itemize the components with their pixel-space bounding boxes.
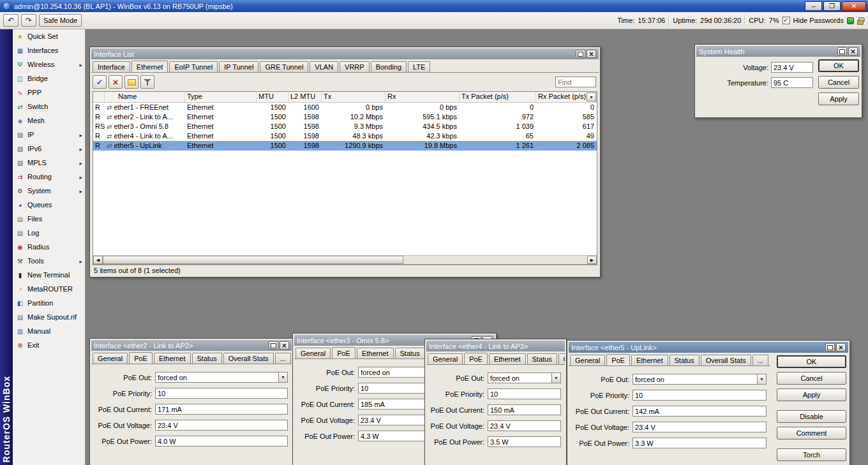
sidebar-item-ip[interactable]: ▨IP <box>13 128 85 142</box>
tab-ethernet[interactable]: Ethernet <box>131 61 168 73</box>
scrollbar-track[interactable] <box>103 256 587 264</box>
sidebar-item-bridge[interactable]: ◫Bridge <box>13 71 85 85</box>
restore-icon[interactable] <box>269 341 278 350</box>
close-icon[interactable] <box>280 341 289 350</box>
sidebar-item-new-terminal[interactable]: ▮New Terminal <box>13 268 85 282</box>
close-icon[interactable]: ✕ <box>842 1 866 11</box>
sidebar-item-system[interactable]: ⚙System <box>13 184 85 198</box>
dropdown-arrow-icon[interactable] <box>551 373 561 383</box>
ok-button[interactable]: OK <box>818 59 859 72</box>
window-titlebar[interactable]: Interface <ether2 - Link to AP2> <box>91 340 292 351</box>
close-icon[interactable] <box>587 50 596 58</box>
tab-status[interactable]: Status <box>395 348 425 358</box>
tab-eoip-tunnel[interactable]: EoIP Tunnel <box>169 61 218 72</box>
restore-icon[interactable] <box>825 343 835 351</box>
tab-poe[interactable]: PoE <box>332 347 355 359</box>
tab-vlan[interactable]: VLAN <box>310 61 338 72</box>
poe-out-select[interactable] <box>632 374 767 385</box>
tab-ethernet[interactable]: Ethernet <box>357 348 394 358</box>
poe-out-select[interactable] <box>155 372 288 383</box>
tab-ip-tunnel[interactable]: IP Tunnel <box>219 61 258 72</box>
dropdown-arrow-icon[interactable] <box>757 374 767 385</box>
disable-button[interactable]: × <box>108 75 123 89</box>
tab-poe[interactable]: PoE <box>464 353 488 365</box>
sidebar-item-queues[interactable]: ◕Queues <box>13 198 85 212</box>
sidebar-item-partition[interactable]: ◧Partition <box>13 296 85 310</box>
column-flag[interactable] <box>93 92 105 102</box>
tab-poe[interactable]: PoE <box>606 354 630 366</box>
window-titlebar[interactable]: Interface List <box>91 48 599 59</box>
tab-ethernet[interactable]: Ethernet <box>489 353 526 364</box>
tab-overall-stats[interactable]: Overall Stats <box>223 353 274 364</box>
hide-passwords-checkbox[interactable] <box>782 17 790 24</box>
sidebar-item-log[interactable]: ▤Log <box>13 226 85 240</box>
column-mtu[interactable]: MTU <box>257 92 288 102</box>
poe-priority-field[interactable] <box>632 390 767 401</box>
sidebar-item-quick-set[interactable]: ★Quick Set <box>13 29 85 43</box>
tab-overall-stats[interactable]: Overall Stats <box>558 353 565 364</box>
sidebar-item-mesh[interactable]: ◈Mesh <box>13 114 85 128</box>
restore-icon[interactable] <box>576 50 585 58</box>
sidebar-item-ipv6[interactable]: ▨IPv6 <box>13 142 85 156</box>
disable-button[interactable]: Disable <box>777 410 846 423</box>
tab-general[interactable]: General <box>93 353 128 364</box>
column-l2mtu[interactable]: L2 MTU <box>288 92 322 102</box>
column-tx-packet[interactable]: Tx Packet (p/s) <box>460 92 536 102</box>
table-row[interactable]: R ether2 - Link to A... Ethernet 1500 15… <box>93 112 597 122</box>
sidebar-item-files[interactable]: ▤Files <box>13 212 85 226</box>
scroll-right-icon[interactable]: ▶ <box>587 256 597 264</box>
column-filter-button[interactable] <box>587 92 596 101</box>
poe-out-value[interactable] <box>488 373 551 383</box>
tab-ethernet[interactable]: Ethernet <box>154 353 191 364</box>
dropdown-arrow-icon[interactable] <box>278 372 288 383</box>
table-row[interactable]: R ether1 - FREEnet Ethernet 1500 1600 0 … <box>93 103 597 112</box>
scroll-left-icon[interactable]: ◀ <box>93 256 103 264</box>
apply-button[interactable]: Apply <box>818 92 859 105</box>
safe-mode-button[interactable]: Safe Mode <box>39 14 82 27</box>
table-row[interactable]: R ether4 - Link to A... Ethernet 1500 15… <box>93 131 597 141</box>
column-type[interactable]: Type <box>185 92 257 102</box>
poe-out-select[interactable] <box>488 373 561 383</box>
sidebar-item-metarouter[interactable]: ◔MetaROUTER <box>13 282 85 296</box>
sidebar-item-routing[interactable]: ⇉Routing <box>13 170 85 184</box>
table-row-selected[interactable]: R ether5 - UpLink Ethernet 1500 1598 129… <box>93 141 597 151</box>
find-input[interactable] <box>555 77 596 87</box>
poe-power-field[interactable] <box>155 436 288 447</box>
column-rx[interactable]: Rx <box>385 92 460 102</box>
redo-icon[interactable]: ↷ <box>21 14 36 27</box>
tab-overall-stats[interactable]: Overall Stats <box>701 355 751 365</box>
close-icon[interactable] <box>848 47 858 55</box>
sidebar-item-interfaces[interactable]: ▦Interfaces <box>13 43 85 57</box>
poe-out-value[interactable] <box>632 374 757 385</box>
column-tx[interactable]: Tx <box>322 92 385 102</box>
sidebar-item-mpls[interactable]: ▨MPLS <box>13 156 85 170</box>
cancel-button[interactable]: Cancel <box>818 76 859 89</box>
tab-more[interactable]: ... <box>752 355 768 365</box>
poe-priority-field[interactable] <box>488 388 561 399</box>
tab-status[interactable]: Status <box>670 355 700 365</box>
temperature-field[interactable] <box>771 77 813 88</box>
torch-button[interactable]: Torch <box>777 448 846 461</box>
apply-button[interactable]: Apply <box>777 388 846 401</box>
cancel-button[interactable]: Cancel <box>777 372 846 385</box>
poe-priority-field[interactable] <box>155 388 288 399</box>
sidebar-item-radius[interactable]: ◉Radius <box>13 240 85 254</box>
poe-out-value[interactable] <box>155 372 278 383</box>
poe-voltage-field[interactable] <box>632 422 767 432</box>
sidebar-item-switch[interactable]: ⇄Switch <box>13 100 85 114</box>
column-name[interactable]: Name <box>105 92 185 102</box>
window-titlebar[interactable]: System Health <box>696 46 860 57</box>
tab-general[interactable]: General <box>428 353 463 364</box>
sidebar-item-tools[interactable]: ⚒Tools <box>13 254 85 268</box>
tab-lte[interactable]: LTE <box>408 61 430 72</box>
tab-more[interactable]: ... <box>275 353 291 364</box>
poe-current-field[interactable] <box>632 406 767 417</box>
window-titlebar[interactable]: Interface <ether5 - UpLink> <box>569 342 848 353</box>
poe-power-field[interactable] <box>632 438 767 448</box>
poe-power-field[interactable] <box>488 436 561 447</box>
comment-button[interactable]: Comment <box>777 427 846 439</box>
horizontal-scrollbar[interactable]: ◀ ▶ <box>93 255 597 264</box>
poe-current-field[interactable] <box>488 404 561 415</box>
window-titlebar[interactable]: Interface <ether4 - Link to AP3> <box>426 341 565 351</box>
poe-voltage-field[interactable] <box>488 420 561 431</box>
